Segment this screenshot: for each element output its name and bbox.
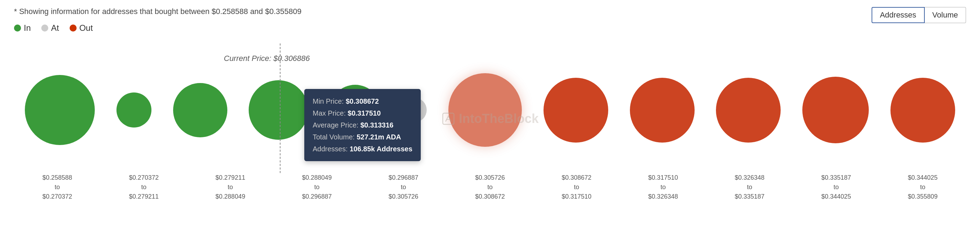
price-range-10: $0.344025to$0.355809	[908, 173, 938, 202]
bubble-col-7	[544, 78, 608, 143]
toggle-buttons: Addresses Volume	[872, 7, 966, 23]
price-range-6: $0.308672to$0.317510	[562, 173, 592, 202]
legend: In At Out	[14, 23, 966, 33]
price-range-9: $0.335187to$0.344025	[821, 173, 851, 202]
price-range-4: $0.296887to$0.305726	[388, 173, 418, 202]
price-range-5: $0.305726to$0.308672	[475, 173, 505, 202]
bubble-col-3	[249, 80, 308, 140]
bubble-col-8	[630, 78, 695, 143]
bubble-9	[716, 78, 781, 143]
bubble-7	[544, 78, 608, 143]
legend-in-label: In	[24, 23, 31, 33]
bubble-1	[116, 93, 151, 128]
bubbles-row	[14, 64, 966, 155]
tooltip-total-vol: Total Volume: 527.21m ADA	[313, 131, 412, 143]
at-dot	[41, 24, 48, 32]
price-range-7: $0.317510to$0.326348	[648, 173, 678, 202]
price-range-2: $0.279211to$0.288049	[215, 173, 245, 202]
price-range-1: $0.270372to$0.279211	[129, 173, 159, 202]
bubble-col-6	[449, 73, 522, 147]
price-range-3: $0.288049to$0.296887	[302, 173, 332, 202]
bubble-2	[173, 83, 228, 137]
legend-at-label: At	[51, 23, 59, 33]
bubble-col-11	[891, 78, 955, 143]
bubble-0	[25, 75, 95, 145]
current-price-line	[280, 43, 280, 173]
bubble-11	[891, 78, 955, 143]
tooltip-box: Min Price: $0.308672 Max Price: $0.31751…	[304, 89, 421, 161]
out-dot	[70, 24, 76, 32]
bubble-col-2	[173, 83, 228, 137]
price-range-row: $0.258588to$0.270372$0.270372to$0.279211…	[14, 173, 966, 194]
bubble-col-10	[802, 77, 869, 143]
bubble-col-1	[116, 93, 151, 128]
tooltip-avg-price: Average Price: $0.313316	[313, 119, 412, 131]
volume-button[interactable]: Volume	[925, 7, 966, 23]
legend-out-label: Out	[80, 23, 93, 33]
current-price-label: Current Price: $0.306886	[224, 54, 310, 63]
info-text: * Showing information for addresses that…	[14, 7, 966, 16]
price-range-8: $0.326348to$0.335187	[735, 173, 765, 202]
bubble-10	[802, 77, 869, 143]
bubble-col-0	[25, 75, 95, 145]
chart-area: Current Price: $0.306886 IntoTheBlock Mi…	[14, 43, 966, 194]
legend-at: At	[41, 23, 59, 33]
bubble-6	[449, 73, 522, 147]
bubble-8	[630, 78, 695, 143]
price-range-0: $0.258588to$0.270372	[42, 173, 72, 202]
bubble-col-9	[716, 78, 781, 143]
legend-out: Out	[70, 23, 93, 33]
in-dot	[14, 24, 21, 32]
tooltip-max-price: Max Price: $0.317510	[313, 107, 412, 119]
bubble-3	[249, 80, 308, 140]
tooltip-min-price: Min Price: $0.308672	[313, 95, 412, 107]
tooltip-addresses: Addresses: 106.85k Addresses	[313, 143, 412, 155]
page-container: * Showing information for addresses that…	[0, 0, 980, 234]
legend-in: In	[14, 23, 31, 33]
addresses-button[interactable]: Addresses	[872, 7, 925, 23]
